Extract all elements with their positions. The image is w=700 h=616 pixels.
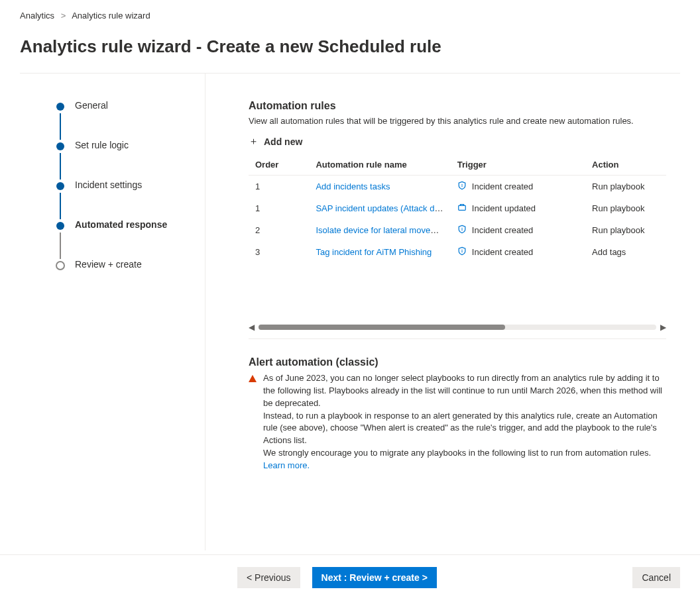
step-incident-settings[interactable]: Incident settings bbox=[56, 180, 205, 219]
alert-automation-warning: As of June 2023, you can no longer selec… bbox=[263, 372, 666, 472]
cell-trigger: Incident created bbox=[451, 241, 585, 263]
svg-point-0 bbox=[461, 184, 462, 185]
table-row[interactable]: 3Tag incident for AiTM PhishingIncident … bbox=[249, 241, 666, 263]
warning-icon bbox=[249, 375, 257, 382]
step-automated-response[interactable]: Automated response bbox=[56, 219, 205, 259]
step-set-rule-logic[interactable]: Set rule logic bbox=[56, 140, 205, 180]
shield-info-icon bbox=[457, 246, 467, 258]
automation-rules-description: View all automation rules that will be t… bbox=[249, 116, 666, 126]
horizontal-scrollbar[interactable]: ◀ ▶ bbox=[249, 323, 666, 332]
cell-action: Run playbook bbox=[585, 197, 666, 219]
cell-order: 1 bbox=[249, 197, 309, 219]
cell-trigger: Incident updated bbox=[451, 197, 585, 219]
step-general[interactable]: General bbox=[56, 100, 205, 140]
rule-name-link[interactable]: SAP incident updates (Attack disruption) bbox=[316, 203, 450, 213]
breadcrumb-root[interactable]: Analytics bbox=[20, 11, 54, 21]
table-row[interactable]: 1Add incidents tasksIncident createdRun … bbox=[249, 176, 666, 198]
breadcrumb-current: Analytics rule wizard bbox=[72, 11, 150, 21]
scroll-left-icon[interactable]: ◀ bbox=[249, 323, 255, 332]
col-name[interactable]: Automation rule name bbox=[309, 154, 450, 176]
step-review-create[interactable]: Review + create bbox=[56, 259, 205, 299]
svg-rect-2 bbox=[459, 205, 466, 210]
next-button[interactable]: Next : Review + create > bbox=[312, 567, 437, 588]
col-trigger[interactable]: Trigger bbox=[451, 154, 585, 176]
svg-rect-6 bbox=[461, 251, 462, 253]
cell-order: 3 bbox=[249, 241, 309, 263]
cell-action: Add tags bbox=[585, 241, 666, 263]
learn-more-link[interactable]: Learn more. bbox=[263, 460, 310, 470]
cell-action: Run playbook bbox=[585, 219, 666, 241]
cancel-button[interactable]: Cancel bbox=[632, 567, 680, 588]
table-row[interactable]: 1SAP incident updates (Attack disruption… bbox=[249, 197, 666, 219]
cell-order: 2 bbox=[249, 219, 309, 241]
scroll-track[interactable] bbox=[259, 325, 656, 330]
cell-action: Run playbook bbox=[585, 176, 666, 198]
col-action[interactable]: Action bbox=[585, 154, 666, 176]
cell-name: Add incidents tasks bbox=[309, 176, 450, 198]
rule-name-link[interactable]: Isolate device for lateral movement tag bbox=[316, 225, 450, 235]
wizard-footer: < Previous Next : Review + create > Canc… bbox=[0, 554, 700, 603]
cell-name: SAP incident updates (Attack disruption) bbox=[309, 197, 450, 219]
automation-rules-table: Order Automation rule name Trigger Actio… bbox=[249, 154, 666, 263]
shield-info-icon bbox=[457, 181, 467, 192]
svg-rect-4 bbox=[461, 229, 462, 231]
col-order[interactable]: Order bbox=[249, 154, 309, 176]
table-row[interactable]: 2Isolate device for lateral movement tag… bbox=[249, 219, 666, 241]
previous-button[interactable]: < Previous bbox=[237, 567, 300, 588]
svg-point-3 bbox=[461, 228, 462, 229]
cell-name: Isolate device for lateral movement tag bbox=[309, 219, 450, 241]
cell-trigger: Incident created bbox=[451, 219, 585, 241]
scroll-thumb[interactable] bbox=[259, 325, 505, 330]
svg-rect-1 bbox=[461, 185, 462, 187]
plus-icon: ＋ bbox=[249, 135, 259, 148]
scroll-right-icon[interactable]: ▶ bbox=[660, 323, 666, 332]
svg-point-5 bbox=[461, 250, 462, 250]
cell-name: Tag incident for AiTM Phishing bbox=[309, 241, 450, 263]
page-title: Analytics rule wizard - Create a new Sch… bbox=[20, 36, 680, 57]
cell-order: 1 bbox=[249, 176, 309, 198]
cell-trigger: Incident created bbox=[451, 176, 585, 198]
rule-name-link[interactable]: Tag incident for AiTM Phishing bbox=[316, 247, 432, 257]
wizard-steps: General Set rule logic Incident settings… bbox=[20, 74, 205, 550]
breadcrumb: Analytics > Analytics rule wizard bbox=[20, 8, 680, 27]
automation-rules-heading: Automation rules bbox=[249, 100, 666, 112]
alert-automation-heading: Alert automation (classic) bbox=[249, 356, 666, 368]
shield-info-icon bbox=[457, 225, 467, 236]
chevron-right-icon: > bbox=[61, 11, 66, 21]
add-new-label: Add new bbox=[264, 136, 302, 147]
rule-name-link[interactable]: Add incidents tasks bbox=[316, 181, 390, 191]
briefcase-icon bbox=[457, 203, 467, 214]
add-new-button[interactable]: ＋ Add new bbox=[249, 135, 302, 148]
